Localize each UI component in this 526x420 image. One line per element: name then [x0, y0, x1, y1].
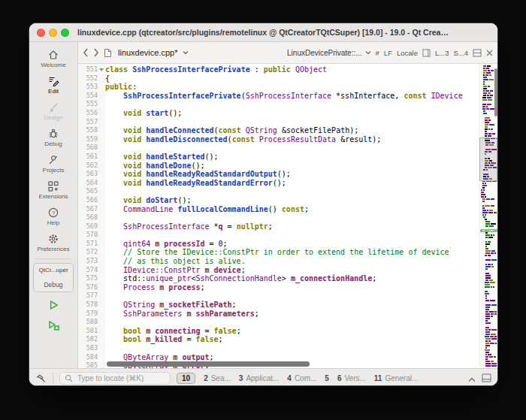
line-number[interactable]: 555: [78, 100, 98, 109]
code-line-576[interactable]: 576 Process m_process;: [78, 283, 479, 292]
line-number[interactable]: 559: [78, 135, 98, 144]
code-line-572[interactable]: 572 // Store the IDevice::ConstPtr in or…: [78, 248, 479, 257]
code-line-581[interactable]: 581 bool m_connecting = false;: [78, 327, 479, 336]
code-line-575[interactable]: 575 std::unique_ptr<SshConnectionHandle>…: [78, 274, 479, 283]
code-line-553[interactable]: 553public:: [78, 83, 479, 92]
zoom-window-button[interactable]: [61, 29, 69, 37]
line-number[interactable]: 561: [78, 153, 98, 162]
line-number[interactable]: 574: [78, 266, 98, 275]
line-number[interactable]: 553: [78, 83, 98, 92]
sidebar-item-extensions[interactable]: Extensions: [29, 177, 77, 203]
line-number[interactable]: 568: [78, 213, 98, 222]
sidebar-item-design[interactable]: Design: [29, 98, 77, 124]
code-line-568[interactable]: 568: [78, 213, 479, 222]
code-line-574[interactable]: 574 IDevice::ConstPtr m_device;: [78, 266, 479, 275]
code-line-573[interactable]: 573 // as this object is alive.: [78, 257, 479, 266]
code-line-564[interactable]: 564 void handleReadyReadStandardError();: [78, 179, 479, 188]
locator-field[interactable]: [59, 372, 171, 385]
line-number[interactable]: 581: [78, 327, 98, 336]
code-editor[interactable]: 551class SshProcessInterfacePrivate : pu…: [78, 64, 497, 368]
back-button[interactable]: [83, 48, 89, 57]
code-line-561[interactable]: 561 void handleStarted();: [78, 153, 479, 162]
chevron-down-icon[interactable]: [183, 50, 189, 55]
output-pane-button-5[interactable]: 5: [325, 374, 329, 382]
encoding-button[interactable]: Locale: [397, 49, 418, 57]
output-pane-button-4[interactable]: 4Com...: [287, 374, 316, 382]
minimap-toggle-icon[interactable]: [422, 49, 431, 57]
output-pane-button-10[interactable]: 10: [177, 373, 195, 384]
code-line-556[interactable]: 556 void start();: [78, 109, 479, 118]
line-number[interactable]: 577: [78, 292, 98, 301]
line-number[interactable]: 551: [78, 65, 98, 74]
code-line-566[interactable]: 566 void doStart();: [78, 196, 479, 205]
output-pane-button-6[interactable]: 6Vers...: [337, 374, 366, 382]
code-line-583[interactable]: 583: [78, 344, 479, 353]
output-pane-button-11[interactable]: 11General...: [374, 374, 419, 382]
sidebar-item-debug[interactable]: Debug: [29, 124, 77, 150]
line-number[interactable]: 556: [78, 109, 98, 118]
horizontal-scrollbar[interactable]: [107, 361, 310, 367]
code-line-562[interactable]: 562 void handleDone();: [78, 162, 479, 171]
code-line-559[interactable]: 559 void handleDisconnected(const Proces…: [78, 135, 479, 144]
code-line-577[interactable]: 577: [78, 292, 479, 301]
line-number[interactable]: 562: [78, 162, 98, 171]
line-number[interactable]: 576: [78, 283, 98, 292]
line-number[interactable]: 565: [78, 187, 98, 196]
preprocessor-button[interactable]: #: [376, 49, 379, 57]
line-number[interactable]: 583: [78, 344, 98, 353]
line-number[interactable]: 580: [78, 318, 98, 327]
output-pane-menu-icon[interactable]: [482, 372, 491, 385]
line-number[interactable]: 560: [78, 144, 98, 153]
close-window-button[interactable]: [37, 29, 45, 37]
output-pane-button-2[interactable]: 2Sea...: [204, 374, 231, 382]
code-line-563[interactable]: 563 void handleReadyReadStandardOutput()…: [78, 170, 479, 179]
close-split-icon[interactable]: [486, 50, 493, 56]
line-number[interactable]: 569: [78, 222, 98, 231]
line-number[interactable]: 557: [78, 118, 98, 127]
code-line-558[interactable]: 558 void handleConnected(const QString &…: [78, 126, 479, 135]
code-line-567[interactable]: 567 CommandLine fullLocalCommandLine() c…: [78, 205, 479, 214]
line-number[interactable]: 558: [78, 126, 98, 135]
sidebar-item-help[interactable]: ?Help: [29, 203, 77, 229]
code-line-552[interactable]: 552{: [78, 74, 479, 83]
code-line-554[interactable]: 554 SshProcessInterfacePrivate(SshProces…: [78, 92, 479, 101]
code-line-584[interactable]: 584 QByteArray m_output;: [78, 353, 479, 362]
code-line-579[interactable]: 579 SshParameters m_sshParameters;: [78, 310, 479, 319]
output-pane-button-3[interactable]: 3Applicat...: [239, 374, 279, 382]
line-number[interactable]: 571: [78, 240, 98, 249]
run-button[interactable]: [45, 299, 62, 314]
sidebar-item-preferences[interactable]: Preferences: [29, 229, 77, 255]
cursor-line-indicator[interactable]: L...3: [435, 49, 449, 57]
code-line-560[interactable]: 560: [78, 144, 479, 153]
minimap-viewport[interactable]: [479, 137, 497, 181]
line-number[interactable]: 566: [78, 196, 98, 205]
vertical-scrollbar[interactable]: [494, 68, 497, 116]
code-line-555[interactable]: 555: [78, 100, 479, 109]
document-dropdown[interactable]: linuxdevice.cpp*: [118, 48, 178, 57]
line-number[interactable]: 564: [78, 179, 98, 188]
debug-run-button[interactable]: [45, 319, 62, 334]
code-line-580[interactable]: 580: [78, 318, 479, 327]
line-number[interactable]: 579: [78, 310, 98, 319]
sidebar-item-edit[interactable]: Edit: [29, 71, 77, 98]
line-number[interactable]: 554: [78, 92, 98, 101]
sidebar-item-welcome[interactable]: Welcome: [29, 45, 77, 71]
code-line-557[interactable]: 557: [78, 118, 479, 127]
line-ending-button[interactable]: LF: [384, 49, 392, 57]
code-line-569[interactable]: 569 SshProcessInterface *q = nullptr;: [78, 222, 479, 231]
code-line-551[interactable]: 551class SshProcessInterfacePrivate : pu…: [78, 65, 479, 74]
code-line-570[interactable]: 570: [78, 231, 479, 240]
code-line-578[interactable]: 578 QString m_socketFilePath;: [78, 301, 479, 310]
line-number[interactable]: 584: [78, 353, 98, 362]
forward-button[interactable]: [93, 48, 99, 57]
line-number[interactable]: 573: [78, 257, 98, 266]
locator-input[interactable]: [76, 373, 169, 383]
minimize-window-button[interactable]: [49, 29, 57, 37]
build-button[interactable]: [35, 373, 47, 384]
line-number[interactable]: 570: [78, 231, 98, 240]
line-number[interactable]: 572: [78, 248, 98, 257]
line-number[interactable]: 552: [78, 74, 98, 83]
code-line-582[interactable]: 582 bool m_killed = false;: [78, 335, 479, 344]
title-bar[interactable]: linuxdevice.cpp (qtcreator/src/plugins/r…: [29, 23, 497, 42]
code-line-571[interactable]: 571 qint64 m_processId = 0;: [78, 240, 479, 249]
